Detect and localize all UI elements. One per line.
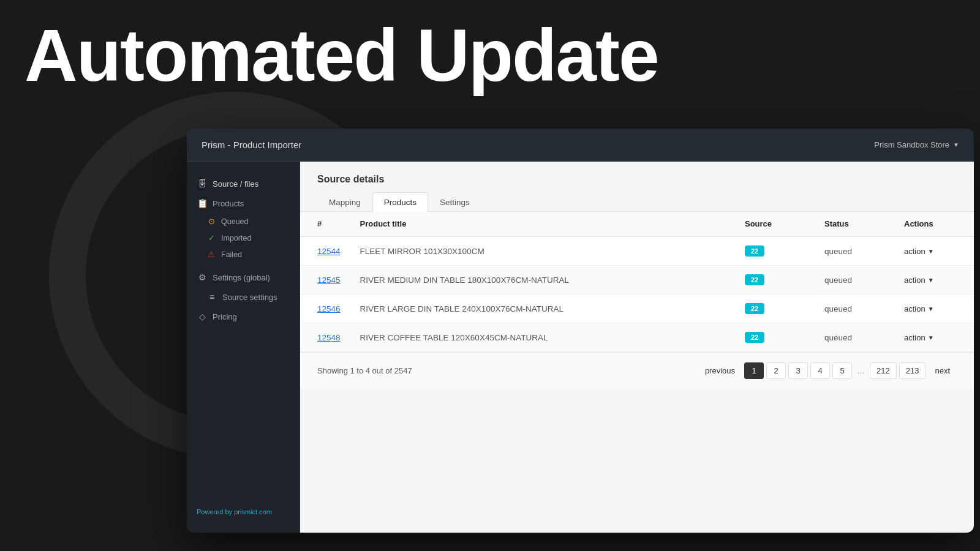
cell-title: RIVER LARGE DIN TABLE 240X100X76CM-NATUR…	[350, 294, 735, 323]
chevron-down-icon: ▼	[953, 141, 959, 148]
product-link-12548[interactable]: 12548	[317, 333, 341, 342]
table-row: 12546 RIVER LARGE DIN TABLE 240X100X76CM…	[300, 294, 974, 323]
app-body: 🗄 Source / files 📋 Products ⊙ Queued ✓ I…	[187, 162, 974, 533]
source-details-title: Source details	[317, 174, 384, 184]
tag-icon: ◇	[197, 312, 208, 321]
cell-action: action ▼	[894, 323, 974, 352]
pagination-next-button[interactable]: next	[928, 362, 957, 379]
database-icon: 🗄	[197, 179, 208, 189]
product-link-12545[interactable]: 12545	[317, 276, 341, 285]
cell-title: FLEET MIRROR 101X30X100CM	[350, 236, 735, 266]
source-badge: 22	[745, 303, 764, 314]
products-table-container: # Product title Source Status Actions 12…	[300, 212, 974, 352]
sidebar-sub-item-failed[interactable]: ⚠ Failed	[187, 246, 300, 263]
sidebar-item-settings-global[interactable]: ⚙ Settings (global)	[187, 268, 300, 287]
sidebar-item-pricing[interactable]: ◇ Pricing	[187, 307, 300, 326]
products-table: # Product title Source Status Actions 12…	[300, 212, 974, 352]
pagination-dots: …	[854, 363, 867, 378]
source-badge: 22	[745, 246, 764, 257]
sidebar-footer: Powered by prismict.com	[187, 503, 300, 520]
cell-id: 12545	[300, 266, 350, 294]
action-label: action	[904, 276, 925, 285]
col-header-status: Status	[815, 212, 894, 236]
tab-bar: Mapping Products Settings	[300, 185, 974, 212]
action-label: action	[904, 247, 925, 256]
col-header-title: Product title	[350, 212, 735, 236]
status-label: queued	[824, 333, 852, 342]
cell-action: action ▼	[894, 294, 974, 323]
check-icon: ✓	[206, 233, 216, 242]
pagination-page-2[interactable]: 2	[766, 362, 786, 379]
sidebar-item-source-settings[interactable]: ≡ Source settings	[187, 287, 300, 307]
pagination-page-1[interactable]: 1	[744, 362, 764, 379]
col-header-actions: Actions	[894, 212, 974, 236]
action-dropdown-button[interactable]: action ▼	[904, 247, 964, 256]
clock-icon: ⊙	[206, 217, 216, 226]
list-icon: ≡	[206, 292, 217, 302]
cell-title: RIVER MEDIUM DIN TABLE 180X100X76CM-NATU…	[350, 266, 735, 294]
app-window: Prism - Product Importer Prism Sandbox S…	[187, 129, 974, 533]
col-header-id: #	[300, 212, 350, 236]
pagination-page-3[interactable]: 3	[788, 362, 808, 379]
sidebar-item-label: Pricing	[213, 312, 237, 321]
sidebar-item-label: Products	[213, 199, 244, 208]
product-link-12544[interactable]: 12544	[317, 247, 341, 256]
cell-status: queued	[815, 294, 894, 323]
chevron-down-icon: ▼	[928, 334, 934, 341]
table-row: 12548 RIVER COFFEE TABLE 120X60X45CM-NAT…	[300, 323, 974, 352]
main-content: Source details Mapping Products Settings…	[300, 162, 974, 533]
cell-action: action ▼	[894, 266, 974, 294]
table-icon: 📋	[197, 198, 208, 208]
pagination-page-5[interactable]: 5	[832, 362, 852, 379]
action-dropdown-button[interactable]: action ▼	[904, 333, 964, 342]
sidebar-item-source-files[interactable]: 🗄 Source / files	[187, 174, 300, 193]
sidebar-item-products[interactable]: 📋 Products	[187, 193, 300, 213]
gear-icon: ⚙	[197, 272, 208, 282]
warning-icon: ⚠	[206, 250, 216, 259]
pagination-previous-button[interactable]: previous	[698, 362, 742, 379]
cell-status: queued	[815, 266, 894, 294]
source-details-header: Source details	[300, 162, 974, 185]
sidebar-sub-item-queued[interactable]: ⊙ Queued	[187, 213, 300, 230]
action-label: action	[904, 333, 925, 342]
chevron-down-icon: ▼	[928, 305, 934, 312]
sidebar-sub-item-imported[interactable]: ✓ Imported	[187, 230, 300, 246]
cell-status: queued	[815, 323, 894, 352]
product-link-12546[interactable]: 12546	[317, 304, 341, 313]
pagination-page-4[interactable]: 4	[810, 362, 830, 379]
status-label: queued	[824, 247, 852, 256]
cell-source: 22	[735, 266, 815, 294]
action-dropdown-button[interactable]: action ▼	[904, 276, 964, 285]
cell-status: queued	[815, 236, 894, 266]
sidebar-item-label: Settings (global)	[213, 273, 270, 282]
table-row: 12545 RIVER MEDIUM DIN TABLE 180X100X76C…	[300, 266, 974, 294]
cell-source: 22	[735, 323, 815, 352]
sidebar-sub-item-label: Queued	[221, 217, 248, 226]
chevron-down-icon: ▼	[928, 277, 934, 283]
sidebar: 🗄 Source / files 📋 Products ⊙ Queued ✓ I…	[187, 162, 300, 533]
cell-id: 12548	[300, 323, 350, 352]
sidebar-sub-item-label: Failed	[221, 250, 242, 259]
tab-mapping[interactable]: Mapping	[317, 192, 372, 212]
pagination-bar: Showing 1 to 4 out of 2547 previous 1 2 …	[300, 352, 974, 389]
table-header-row: # Product title Source Status Actions	[300, 212, 974, 236]
tab-products[interactable]: Products	[372, 192, 428, 212]
col-header-source: Source	[735, 212, 815, 236]
chevron-down-icon: ▼	[928, 248, 934, 255]
store-name: Prism Sandbox Store	[874, 140, 949, 149]
pagination-page-212[interactable]: 212	[870, 362, 897, 379]
cell-id: 12546	[300, 294, 350, 323]
cell-id: 12544	[300, 236, 350, 266]
pagination-page-213[interactable]: 213	[899, 362, 926, 379]
sidebar-sub-item-label: Imported	[221, 234, 251, 242]
table-row: 12544 FLEET MIRROR 101X30X100CM 22 queue…	[300, 236, 974, 266]
tab-settings[interactable]: Settings	[428, 192, 481, 212]
status-label: queued	[824, 304, 852, 313]
source-badge: 22	[745, 274, 764, 285]
pagination-summary: Showing 1 to 4 out of 2547	[317, 366, 412, 375]
store-selector[interactable]: Prism Sandbox Store ▼	[874, 140, 959, 149]
cell-title: RIVER COFFEE TABLE 120X60X45CM-NATURAL	[350, 323, 735, 352]
cell-source: 22	[735, 236, 815, 266]
cell-action: action ▼	[894, 236, 974, 266]
action-dropdown-button[interactable]: action ▼	[904, 304, 964, 313]
